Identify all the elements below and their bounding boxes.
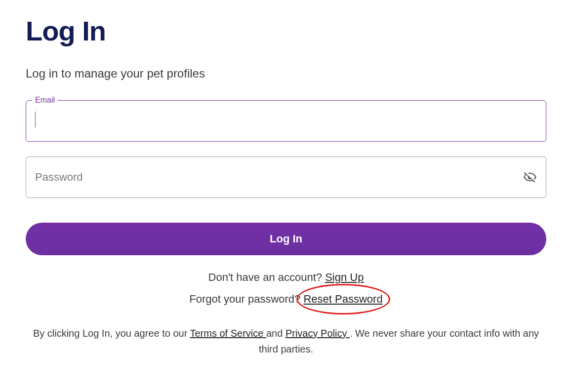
email-input[interactable] bbox=[26, 101, 546, 141]
reset-password-link[interactable]: Reset Password bbox=[303, 293, 382, 305]
disclaimer: By clicking Log In, you agree to our Ter… bbox=[26, 325, 546, 357]
password-field-wrap[interactable] bbox=[26, 157, 546, 198]
privacy-policy-link[interactable]: Privacy Policy bbox=[286, 328, 350, 339]
page-subtitle: Log in to manage your pet profiles bbox=[26, 67, 546, 80]
email-label: Email bbox=[32, 96, 58, 105]
disclaimer-pre: By clicking Log In, you agree to our bbox=[33, 328, 190, 339]
login-button[interactable]: Log In bbox=[26, 223, 546, 255]
reset-prompt: Forgot your password? bbox=[189, 293, 303, 305]
disclaimer-mid: and bbox=[266, 328, 286, 339]
password-input[interactable] bbox=[26, 157, 523, 197]
signup-prompt: Don't have an account? bbox=[208, 271, 326, 283]
reset-line: Forgot your password? Reset Password bbox=[26, 293, 546, 306]
toggle-password-visibility-icon[interactable] bbox=[523, 170, 537, 184]
login-container: Log In Log in to manage your pet profile… bbox=[0, 0, 572, 372]
terms-of-service-link[interactable]: Terms of Service bbox=[190, 328, 266, 339]
text-caret bbox=[35, 112, 36, 127]
page-title: Log In bbox=[26, 15, 546, 47]
email-field-wrap[interactable]: Email bbox=[26, 100, 546, 142]
signup-link[interactable]: Sign Up bbox=[325, 271, 364, 283]
signup-line: Don't have an account? Sign Up bbox=[26, 271, 546, 284]
